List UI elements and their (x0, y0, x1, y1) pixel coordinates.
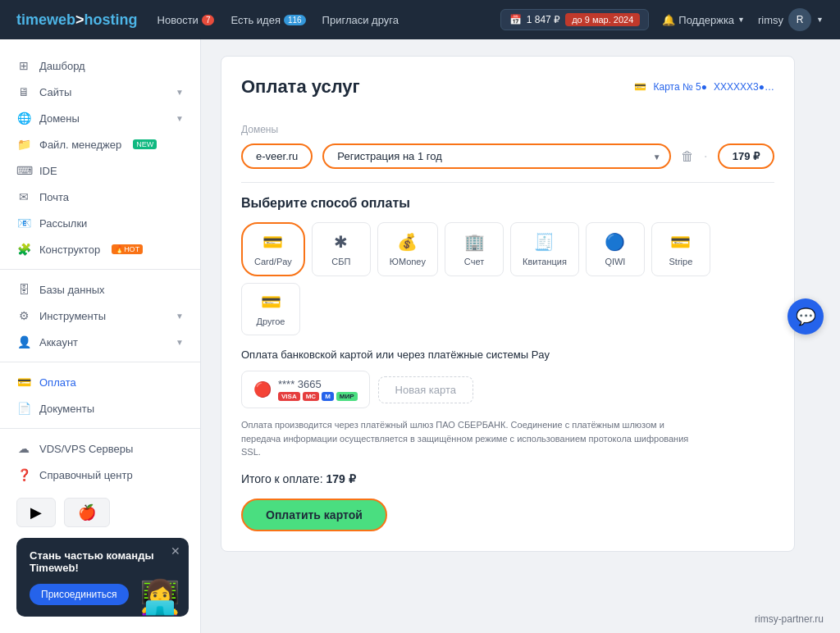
pay-method-label: Stripe (669, 257, 693, 266)
support-button[interactable]: 🔔 Поддержка ▼ (662, 14, 745, 26)
sidebar-label: Почта (39, 191, 69, 203)
content-inner: Оплата услуг 💳 Карта № 5● XXXXXX3●… Доме… (241, 76, 774, 531)
mail-icon: ✉ (16, 190, 31, 203)
footer-brand: rimsy-partner.ru (755, 613, 824, 625)
sidebar-item-domains[interactable]: 🌐 Домены ▼ (0, 105, 200, 131)
card-icon-small: 💳 (634, 81, 646, 93)
tools-icon: ⚙ (16, 309, 31, 322)
user-menu[interactable]: rimsy R ▼ (758, 8, 824, 31)
total-amount: 179 ₽ (326, 472, 355, 485)
new-card-button[interactable]: Новая карта (378, 376, 473, 403)
payment-section-title: Выберите способ оплаты (241, 196, 774, 211)
sidebar-label: Дашборд (39, 60, 85, 72)
pay-method-sbp[interactable]: ✱ СБП (312, 222, 371, 276)
question-icon: ❓ (16, 468, 31, 481)
sidebar-label: Оплата (39, 376, 76, 389)
domain-select-wrap: Регистрация на 1 год Продление на 1 год … (322, 143, 670, 169)
separator: · (704, 148, 708, 165)
card-logos: VISA MC M МИР (278, 392, 358, 401)
avatar: R (788, 8, 811, 31)
pay-method-yoomoney[interactable]: 💰 ЮMoney (377, 222, 438, 276)
card-pay-subtitle: Оплата банковской картой или через платё… (241, 348, 774, 361)
main-content: Оплата услуг 💳 Карта № 5● XXXXXX3●… Доме… (201, 39, 840, 633)
support-icon: 🔔 (662, 14, 675, 26)
ios-app-button[interactable]: 🍎 (64, 498, 110, 527)
domain-period-select[interactable]: Регистрация на 1 год Продление на 1 год … (322, 143, 670, 169)
sidebar-item-ide[interactable]: ⌨ IDE (0, 157, 200, 184)
card-link-primary[interactable]: Карта № 5● (653, 81, 707, 93)
chevron-icon: ▼ (176, 88, 184, 97)
domain-row: e-veer.ru Регистрация на 1 год Продление… (241, 143, 774, 169)
android-app-button[interactable]: ▶ (16, 498, 56, 527)
sidebar-label: Базы данных (39, 284, 105, 296)
pay-method-label: Card/Pay (254, 257, 292, 266)
page-title: Оплата услуг (241, 76, 360, 98)
sidebar-item-dashboard[interactable]: ⊞ Дашборд (0, 52, 200, 79)
banner-title: Стань частью команды Timeweb! (30, 549, 176, 574)
card-details: **** 3665 VISA MC M МИР (278, 378, 358, 401)
puzzle-icon: 🧩 (16, 243, 31, 256)
pay-method-kvitanciya[interactable]: 🧾 Квитанция (510, 222, 579, 276)
saved-card-item[interactable]: 🔴 **** 3665 VISA MC M МИР (241, 371, 370, 408)
pay-method-other[interactable]: 💳 Другое (241, 283, 300, 335)
visa-logo: VISA (278, 392, 300, 401)
idea-badge: 116 (284, 15, 306, 25)
chat-icon: 💬 (796, 307, 816, 326)
pay-method-stripe[interactable]: 💳 Stripe (651, 222, 710, 276)
sidebar-item-tools[interactable]: ⚙ Инструменты ▼ (0, 303, 200, 329)
folder-icon: 📁 (16, 138, 31, 151)
sidebar-item-mailing[interactable]: 📧 Рассылки (0, 210, 200, 236)
banner-close-button[interactable]: ✕ (171, 544, 180, 558)
sidebar-item-constructor[interactable]: 🧩 Конструктор 🔥HOT (0, 236, 200, 262)
logo-suffix: hosting (84, 11, 138, 28)
pay-method-card[interactable]: 💳 Card/Pay (241, 222, 305, 276)
pay-method-label: СБП (331, 257, 350, 266)
top-navigation: timeweb>hosting Новости 7 Есть идея 116 … (0, 0, 840, 39)
nav-idea[interactable]: Есть идея 116 (231, 14, 305, 26)
pay-method-label: Квитанция (523, 257, 567, 266)
pay-method-bill[interactable]: 🏢 Счет (445, 222, 504, 276)
sidebar-label: Конструктор (39, 244, 100, 256)
doc-icon: 📄 (16, 402, 31, 415)
card-pay-icon: 💳 (262, 232, 283, 252)
logo[interactable]: timeweb>hosting (16, 11, 138, 29)
sidebar-label: Сайты (39, 86, 71, 98)
sidebar-label: Документы (39, 403, 94, 415)
balance-box: 📅 1 847 ₽ до 9 мар. 2024 (500, 9, 650, 30)
sidebar-item-mail[interactable]: ✉ Почта (0, 184, 200, 210)
qiwi-icon: 🔵 (605, 232, 625, 252)
pay-method-label: QIWI (605, 257, 625, 266)
nav-right: 📅 1 847 ₽ до 9 мар. 2024 🔔 Поддержка ▼ r… (500, 8, 824, 31)
grid-icon: ⊞ (16, 59, 31, 72)
sidebar-item-account[interactable]: 👤 Аккаунт ▼ (0, 329, 200, 355)
pay-button[interactable]: Оплатить картой (241, 499, 387, 531)
chat-button[interactable]: 💬 (788, 298, 824, 335)
pay-method-qiwi[interactable]: 🔵 QIWI (586, 222, 645, 276)
nav-news[interactable]: Новости 7 (158, 14, 215, 26)
pay-method-label: ЮMoney (390, 257, 426, 266)
pay-method-label: Другое (257, 316, 285, 326)
other-icon: 💳 (261, 292, 281, 312)
card-icon: 💳 (16, 376, 31, 389)
sidebar-item-documents[interactable]: 📄 Документы (0, 395, 200, 421)
stripe-icon: 💳 (670, 232, 691, 252)
sidebar-item-filemanager[interactable]: 📁 Файл. менеджер NEW (0, 131, 200, 157)
sidebar-label: Домены (39, 112, 80, 125)
sidebar-item-payment[interactable]: 💳 Оплата (0, 369, 200, 395)
payment-methods-list: 💳 Card/Pay ✱ СБП 💰 ЮMoney 🏢 Счет (241, 222, 774, 335)
sidebar-label: Справочный центр (39, 469, 133, 481)
join-button[interactable]: Присоединиться (30, 584, 129, 605)
sidebar-item-databases[interactable]: 🗄 Базы данных (0, 276, 200, 303)
delete-domain-button[interactable]: 🗑 (681, 149, 694, 164)
card-link-secondary[interactable]: XXXXXX3●… (714, 81, 774, 93)
sidebar-item-sites[interactable]: 🖥 Сайты ▼ (0, 79, 200, 105)
card-number: **** 3665 (278, 378, 358, 390)
monitor-icon: 🖥 (16, 85, 31, 98)
sidebar-label: Файл. менеджер (39, 139, 121, 151)
sidebar-item-help[interactable]: ❓ Справочный центр (0, 462, 200, 488)
support-label: Поддержка (678, 14, 734, 26)
sidebar-item-vps[interactable]: ☁ VDS/VPS Серверы (0, 435, 200, 462)
sidebar-label: Аккаунт (39, 336, 78, 348)
calendar-icon: 📅 (509, 14, 522, 25)
nav-invite[interactable]: Пригласи друга (322, 14, 399, 26)
